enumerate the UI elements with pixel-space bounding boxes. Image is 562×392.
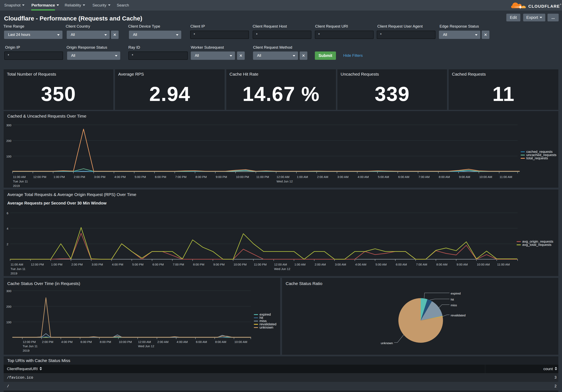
svg-text:6:00 PM: 6:00 PM bbox=[81, 340, 92, 344]
svg-text:Wed Jun 12: Wed Jun 12 bbox=[277, 180, 293, 183]
svg-text:9:00 AM: 9:00 AM bbox=[457, 263, 468, 266]
svg-text:11:00 PM: 11:00 PM bbox=[256, 175, 269, 179]
svg-text:8:00 AM: 8:00 AM bbox=[215, 340, 226, 344]
svg-text:hit: hit bbox=[451, 298, 454, 301]
svg-text:6:00 AM: 6:00 AM bbox=[398, 175, 409, 179]
svg-text:10:00 PM: 10:00 PM bbox=[236, 175, 249, 179]
svg-text:10:00 AM: 10:00 AM bbox=[234, 340, 247, 344]
svg-text:200: 200 bbox=[6, 305, 11, 308]
svg-text:8:00 PM: 8:00 PM bbox=[195, 175, 207, 179]
svg-text:5:00 AM: 5:00 AM bbox=[375, 263, 387, 266]
svg-text:12:00 PM: 12:00 PM bbox=[23, 340, 36, 344]
svg-text:6:00 AM: 6:00 AM bbox=[196, 340, 207, 344]
svg-text:6:00 PM: 6:00 PM bbox=[152, 263, 164, 266]
svg-text:4:00 PM: 4:00 PM bbox=[61, 340, 73, 344]
svg-text:4:00 AM: 4:00 AM bbox=[358, 175, 369, 179]
svg-text:9:00 PM: 9:00 PM bbox=[213, 263, 225, 266]
svg-text:unknown: unknown bbox=[381, 341, 393, 345]
svg-text:6:00 PM: 6:00 PM bbox=[155, 175, 166, 179]
svg-text:11:00 PM: 11:00 PM bbox=[254, 263, 267, 266]
svg-text:11:00 AM: 11:00 AM bbox=[11, 263, 23, 266]
svg-text:300: 300 bbox=[6, 123, 11, 127]
svg-text:2:00 AM: 2:00 AM bbox=[157, 340, 168, 344]
svg-text:8:00 PM: 8:00 PM bbox=[193, 263, 204, 266]
svg-text:2:00 AM: 2:00 AM bbox=[317, 175, 328, 179]
svg-text:2019: 2019 bbox=[23, 349, 29, 352]
svg-text:11:00 AM: 11:00 AM bbox=[500, 175, 512, 179]
svg-text:7:00 AM: 7:00 AM bbox=[419, 175, 430, 179]
svg-text:10:00 AM: 10:00 AM bbox=[477, 263, 490, 266]
svg-text:4:00 PM: 4:00 PM bbox=[114, 175, 126, 179]
svg-text:5:00 PM: 5:00 PM bbox=[135, 175, 146, 179]
svg-text:Tue Jun 11: Tue Jun 11 bbox=[13, 180, 28, 183]
svg-text:11:00 AM: 11:00 AM bbox=[13, 175, 25, 179]
svg-text:2: 2 bbox=[7, 242, 8, 246]
svg-text:expired: expired bbox=[451, 292, 461, 295]
svg-text:2:00 PM: 2:00 PM bbox=[71, 263, 83, 266]
svg-text:2:00 PM: 2:00 PM bbox=[74, 175, 85, 179]
svg-text:8:00 AM: 8:00 AM bbox=[439, 175, 450, 179]
svg-text:7:00 PM: 7:00 PM bbox=[173, 263, 184, 266]
svg-text:10:00 PM: 10:00 PM bbox=[234, 263, 246, 266]
svg-text:Wed Jun 12: Wed Jun 12 bbox=[274, 267, 290, 271]
svg-text:12:00 AM: 12:00 AM bbox=[277, 175, 289, 179]
svg-text:3:00 AM: 3:00 AM bbox=[335, 263, 346, 266]
svg-text:1:00 AM: 1:00 AM bbox=[297, 175, 308, 179]
svg-text:4: 4 bbox=[7, 227, 8, 230]
svg-text:5:00 AM: 5:00 AM bbox=[378, 175, 389, 179]
svg-text:10:00 PM: 10:00 PM bbox=[119, 340, 132, 344]
svg-text:3:00 PM: 3:00 PM bbox=[92, 263, 103, 266]
svg-text:1:00 AM: 1:00 AM bbox=[294, 263, 305, 266]
svg-text:2019: 2019 bbox=[11, 272, 17, 275]
svg-text:10:00 AM: 10:00 AM bbox=[479, 175, 492, 179]
svg-text:Tue Jun 11: Tue Jun 11 bbox=[23, 344, 37, 348]
svg-text:9:00 AM: 9:00 AM bbox=[459, 175, 470, 179]
svg-text:6:00 AM: 6:00 AM bbox=[396, 263, 407, 266]
svg-text:11:00 AM: 11:00 AM bbox=[497, 263, 510, 266]
svg-text:12:00 PM: 12:00 PM bbox=[33, 175, 46, 179]
svg-text:7:00 AM: 7:00 AM bbox=[416, 263, 427, 266]
svg-text:12:00 PM: 12:00 PM bbox=[31, 263, 44, 266]
svg-text:4:00 AM: 4:00 AM bbox=[355, 263, 366, 266]
svg-text:8:00 AM: 8:00 AM bbox=[436, 263, 447, 266]
svg-text:3:00 PM: 3:00 PM bbox=[94, 175, 105, 179]
svg-text:1:00 PM: 1:00 PM bbox=[54, 175, 65, 179]
svg-text:Tue Jun 11: Tue Jun 11 bbox=[11, 267, 25, 271]
svg-text:miss: miss bbox=[451, 303, 457, 307]
svg-text:2:00 AM: 2:00 AM bbox=[315, 263, 326, 266]
svg-text:1:00 PM: 1:00 PM bbox=[51, 263, 62, 266]
svg-text:7:00 PM: 7:00 PM bbox=[175, 175, 187, 179]
svg-text:6: 6 bbox=[7, 211, 8, 215]
svg-text:2:00 PM: 2:00 PM bbox=[42, 340, 53, 344]
svg-text:4:00 PM: 4:00 PM bbox=[112, 263, 123, 266]
svg-text:4:00 AM: 4:00 AM bbox=[176, 340, 188, 344]
svg-text:100: 100 bbox=[6, 155, 11, 158]
svg-text:300: 300 bbox=[6, 289, 11, 293]
svg-text:12:00 AM: 12:00 AM bbox=[138, 340, 151, 344]
svg-text:100: 100 bbox=[6, 321, 11, 324]
svg-text:8:00 PM: 8:00 PM bbox=[100, 340, 111, 344]
svg-text:12:00 AM: 12:00 AM bbox=[274, 263, 287, 266]
svg-text:2019: 2019 bbox=[13, 184, 20, 187]
svg-text:200: 200 bbox=[6, 139, 11, 142]
svg-text:Wed Jun 12: Wed Jun 12 bbox=[138, 344, 154, 348]
svg-text:5:00 PM: 5:00 PM bbox=[132, 263, 143, 266]
svg-text:3:00 AM: 3:00 AM bbox=[337, 175, 349, 179]
svg-text:9:00 PM: 9:00 PM bbox=[216, 175, 227, 179]
svg-text:revalidated: revalidated bbox=[451, 313, 466, 317]
